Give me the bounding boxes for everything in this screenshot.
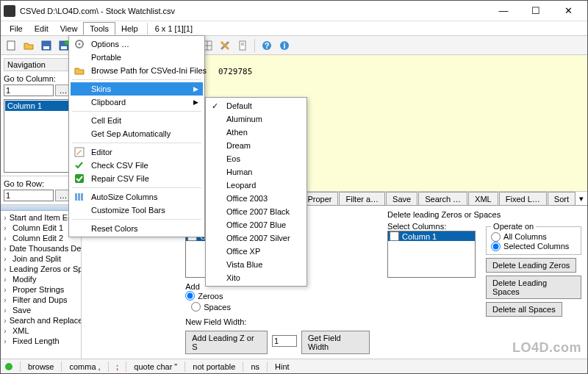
radio-all-columns[interactable]: All Columns [491,232,576,242]
menu-file[interactable]: File [4,23,29,35]
menu-autosize[interactable]: AutoSize Columns [71,190,203,204]
skin-office2003[interactable]: Office 2003 [207,192,305,205]
goto-column-input[interactable] [4,84,54,96]
menu-view[interactable]: View [54,23,84,35]
tools-menu: Options … Portable Browse Path for CSVed… [68,35,205,237]
menu-browse-path[interactable]: Browse Path for CSVed-Ini Files [71,64,203,77]
tree-item[interactable]: ›Fixed Length [4,336,81,346]
tab-fixed[interactable]: Fixed L… [499,192,547,206]
tab-sort[interactable]: Sort [548,192,576,206]
svg-rect-0 [7,41,15,50]
skin-officexp[interactable]: Office XP [207,245,305,258]
svg-text:i: i [283,41,285,50]
svg-text:?: ? [265,41,270,50]
svg-rect-16 [240,41,245,50]
close-button[interactable]: ✕ [552,1,584,21]
status-ns: ns [251,362,259,371]
status-comma: comma , [69,362,100,371]
check-icon [74,159,85,171]
radio-spaces[interactable]: Spaces [191,302,231,312]
svg-rect-26 [75,174,84,183]
tab-xml[interactable]: XML [468,192,498,206]
skin-aluminum[interactable]: Aluminum [207,112,305,126]
del-select-columns-list[interactable]: Column 1 [387,231,476,278]
watermark: LO4D.com [512,340,581,356]
menu-options[interactable]: Options … [71,37,203,51]
goto-row-label: Go to Row: [4,179,78,188]
status-bar: browse comma , ; quote char " not portab… [1,359,587,373]
menu-help[interactable]: Help [115,23,144,35]
skin-human[interactable]: Human [207,165,305,179]
get-field-width-button[interactable]: Get Field Width [301,331,370,354]
skin-office2007black[interactable]: Office 2007 Black [207,205,305,218]
tree-item[interactable]: ›Join and Split [4,253,81,264]
toolbar-open-icon[interactable] [21,38,36,53]
menu-clipboard[interactable]: Clipboard▶ [71,96,203,109]
tree-item[interactable]: ›Search and Replace [4,315,81,326]
menu-check-csv[interactable]: Check CSV File [71,159,203,172]
toolbar-save-icon[interactable] [39,38,54,53]
menu-skins[interactable]: Skins▶ [71,82,203,96]
tree-item[interactable]: ›Leading Zeros or Spaces [4,264,81,274]
tree-item[interactable]: ›Date Thousands Decimal [4,243,81,253]
tree-item[interactable]: ›Modify [4,274,81,284]
skin-vistablue[interactable]: Vista Blue [207,258,305,271]
tree-item[interactable]: ›Proper Strings [4,284,81,295]
status-browse: browse [28,362,54,371]
menu-repair-csv[interactable]: Repair CSV File [71,172,203,185]
status-dot-icon [5,363,12,370]
delete-all-spaces-button[interactable]: Delete all Spaces [486,302,562,317]
menu-tools[interactable]: Tools [83,22,115,35]
column-list[interactable]: Column 1 [4,99,78,173]
del-col-checkbox[interactable] [390,231,399,241]
skin-athen[interactable]: Athen [207,126,305,139]
maximize-button[interactable]: ☐ [520,1,552,21]
minimize-button[interactable]: — [487,1,520,21]
skin-xito[interactable]: Xito [207,271,305,284]
tree-item[interactable]: ›Save [4,305,81,315]
skin-office2007blue[interactable]: Office 2007 Blue [207,218,305,231]
skin-leopard[interactable]: Leopard [207,179,305,192]
toolbar-settings-icon[interactable] [218,38,232,53]
menu-edit[interactable]: Edit [29,23,54,35]
toolbar-info-icon[interactable]: i [277,38,292,53]
status-portable: not portable [193,362,235,371]
menu-editor[interactable]: Editor [71,145,203,159]
app-icon [4,5,15,17]
tab-search[interactable]: Search … [418,192,467,206]
menu-portable[interactable]: Portable [71,51,203,64]
goto-row-input[interactable] [4,190,54,201]
tree-item[interactable]: ›XML [4,326,81,336]
new-field-width-input[interactable] [272,335,297,347]
menu-reset-colors[interactable]: Reset Colors [71,222,203,235]
tab-save[interactable]: Save [386,192,417,206]
add-leading-button[interactable]: Add Leading Z or S [185,331,268,354]
menu-bar: File Edit View Tools Help 6 x 1 [1][1] [1,21,587,36]
menubar-separator [147,23,148,35]
toolbar-doc-icon[interactable] [235,38,250,53]
delete-leading-zeros-button[interactable]: Delete Leading Zeros [486,258,576,273]
skin-eos[interactable]: Eos [207,152,305,165]
tree-item[interactable]: ›Filter and Dups [4,295,81,305]
menubar-info: 6 x 1 [1][1] [151,23,197,35]
toolbar-help-icon[interactable]: ? [259,38,274,53]
column-list-item[interactable]: Column 1 [5,101,76,111]
skin-default[interactable]: ✓Default [207,99,305,112]
menu-cell-edit[interactable]: Cell Edit [71,114,203,127]
tab-filter[interactable]: Filter a… [339,192,385,206]
svg-rect-27 [75,193,77,201]
svg-rect-2 [43,46,49,49]
menu-customize-toolbars[interactable]: Customize Tool Bars [71,204,203,217]
radio-selected-columns[interactable]: Selected Columns [491,242,576,251]
delete-leading-spaces-button[interactable]: Delete Leading Spaces [486,276,581,299]
status-quote: quote char " [134,362,177,371]
editor-icon [74,146,85,158]
toolbar-new-icon[interactable] [4,38,18,53]
radio-zeroos[interactable]: Zeroos [185,291,370,301]
menu-get-sep[interactable]: Get Sep Automatically [71,127,203,140]
status-semicolon: ; [116,362,119,371]
skin-office2007silver[interactable]: Office 2007 Silver [207,231,305,245]
skin-dream[interactable]: Dream [207,139,305,152]
checkmark-icon: ✓ [212,101,218,111]
tab-overflow-icon[interactable]: ▾ [576,193,587,205]
